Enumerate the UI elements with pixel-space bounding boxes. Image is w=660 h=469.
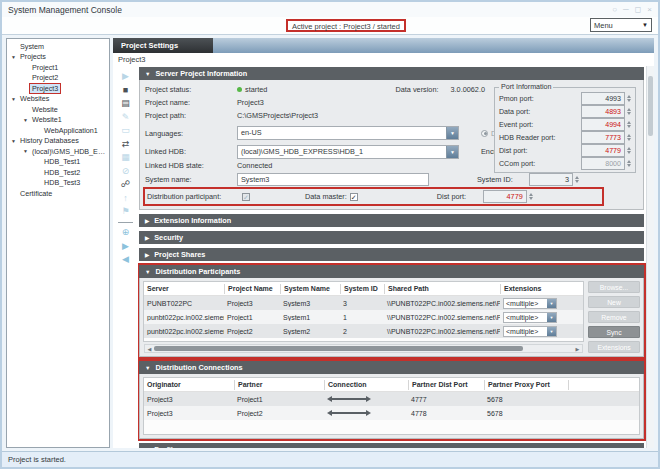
new-project-icon[interactable]: ▤	[119, 98, 132, 109]
maximize-icon[interactable]: ◻	[635, 6, 642, 14]
port-stepper[interactable]: 4994	[581, 118, 631, 131]
column-header-originator[interactable]: Originator	[144, 380, 234, 390]
tree-expander-icon[interactable]: ▼	[9, 54, 18, 60]
chevron-down-icon[interactable]: ▼	[446, 127, 458, 139]
distribution-participant-checkbox[interactable]: ✓	[242, 193, 250, 201]
section-header-distribution-participants[interactable]: ▼ Distribution Participants	[139, 265, 644, 278]
column-header-connection[interactable]: Connection	[324, 380, 408, 390]
cancel-icon[interactable]: ⊘	[119, 166, 132, 177]
menu-dropdown[interactable]: Menu ▼	[590, 18, 652, 32]
stepper-arrows-icon[interactable]	[575, 176, 579, 184]
step-up-icon[interactable]	[627, 160, 631, 163]
system-name-input[interactable]: System3	[237, 173, 429, 186]
chevron-down-icon[interactable]: ▼	[547, 313, 556, 322]
browse-button[interactable]: Browse...	[588, 281, 640, 293]
scroll-right-icon[interactable]: ▶	[573, 346, 582, 352]
port-stepper[interactable]: 4893	[581, 105, 631, 118]
port-stepper[interactable]: 7773	[581, 131, 631, 144]
participant-row[interactable]: PUNBT022PCProject3System33\\PUNBT022PC.i…	[144, 296, 583, 310]
port-stepper[interactable]: 4993	[581, 92, 631, 105]
tree-item-project2[interactable]: Project2	[7, 73, 109, 84]
extensions-combo[interactable]: <multiple>▼	[503, 326, 557, 337]
data-master-checkbox[interactable]: ✓	[350, 193, 358, 201]
extensions-combo[interactable]: <multiple>▼	[503, 312, 557, 323]
languages-combo[interactable]: en-US ▼	[237, 126, 459, 140]
section-header-server-project-information[interactable]: ▼ Server Project Information	[139, 67, 644, 80]
extensions-button[interactable]: Extensions	[588, 341, 640, 353]
upgrade-project-icon[interactable]: ↑	[119, 193, 132, 204]
tree-expander-icon[interactable]: ▼	[9, 96, 18, 102]
step-up-icon[interactable]	[627, 95, 631, 98]
tree-expander-icon[interactable]: ▼	[21, 117, 30, 123]
system-id-stepper[interactable]: 3	[529, 173, 579, 186]
stepper-arrows-icon[interactable]	[529, 193, 533, 201]
edit-project-icon[interactable]: ✎	[119, 112, 132, 123]
tab-project-settings[interactable]: Project Settings	[113, 38, 213, 53]
step-down-icon[interactable]	[627, 125, 631, 128]
tree-item-website1[interactable]: ▼Website1	[7, 115, 109, 126]
connection-row[interactable]: Project3Project247785678	[144, 406, 639, 420]
step-down-icon[interactable]	[627, 112, 631, 115]
tree-expander-icon[interactable]: ▼	[9, 138, 18, 144]
tree-expander-icon[interactable]: ▼	[21, 148, 30, 154]
close-icon[interactable]: ×	[647, 6, 652, 14]
column-header-shared-path[interactable]: Shared Path	[384, 284, 500, 294]
column-header-system-name[interactable]: System Name	[280, 284, 340, 294]
run-back-icon[interactable]: ◀	[119, 254, 132, 265]
extensions-combo[interactable]: <multiple>▼	[503, 298, 557, 309]
rename-project-icon[interactable]: ▭	[119, 125, 132, 136]
scroll-thumb[interactable]	[154, 346, 523, 351]
tree-item-webapplication1[interactable]: WebApplication1	[7, 125, 109, 136]
tree-item-certificate[interactable]: Certificate	[7, 188, 109, 199]
column-header-partner[interactable]: Partner	[234, 380, 324, 390]
stepper-arrows-icon[interactable]	[627, 134, 631, 142]
run-forward-icon[interactable]: ▶	[119, 241, 132, 252]
participant-row[interactable]: punbt022pc.in002.siemerProject1System11\…	[144, 310, 583, 324]
link-hdb-icon[interactable]: ⇄	[119, 139, 132, 150]
tree-item-local-gms-hdb-express[interactable]: ▼(local)\GMS_HDB_EXPRESS	[7, 146, 109, 157]
scroll-left-icon[interactable]: ◀	[145, 346, 154, 352]
port-stepper[interactable]: 8000	[581, 157, 631, 170]
section-header-extension-information[interactable]: ▶ Extension Information	[139, 214, 644, 227]
section-header-project-shares[interactable]: ▶ Project Shares	[139, 248, 644, 261]
section-header-security[interactable]: ▶ Security	[139, 231, 644, 244]
start-project-icon[interactable]: ▶	[119, 71, 132, 82]
tree-item-projects[interactable]: ▼Projects	[7, 52, 109, 63]
section-header-distribution-connections[interactable]: ▼ Distribution Connections	[139, 361, 644, 374]
stepper-arrows-icon[interactable]	[627, 160, 631, 168]
add-connection-icon[interactable]: ⊕	[119, 227, 132, 238]
stepper-arrows-icon[interactable]	[627, 121, 631, 129]
settings-vscrollbar[interactable]	[646, 66, 654, 448]
chevron-down-icon[interactable]: ▼	[446, 146, 458, 158]
scroll-thumb[interactable]	[648, 76, 653, 136]
stop-project-icon[interactable]: ■	[119, 85, 132, 96]
default-language-radio[interactable]	[481, 130, 488, 137]
stepper-arrows-icon[interactable]	[627, 108, 631, 116]
new-button[interactable]: New	[588, 296, 640, 308]
tree-item-history-databases[interactable]: ▼History Databases	[7, 136, 109, 147]
help-icon[interactable]: ○	[612, 6, 617, 14]
pin-project-icon[interactable]: ⚑	[119, 206, 132, 217]
column-header-system-id[interactable]: System ID	[340, 284, 384, 294]
share-project-icon[interactable]: ☍	[119, 179, 132, 190]
chevron-down-icon[interactable]: ▼	[547, 327, 556, 336]
step-up-icon[interactable]	[627, 147, 631, 150]
stepper-arrows-icon[interactable]	[627, 95, 631, 103]
dist-port-stepper[interactable]: 4779	[483, 190, 533, 203]
step-up-icon[interactable]	[627, 121, 631, 124]
remove-button[interactable]: Remove	[588, 311, 640, 323]
minimize-icon[interactable]: ─	[623, 6, 629, 14]
section-header-profiles[interactable]: ▶ Profiles	[139, 443, 644, 448]
step-down-icon[interactable]	[627, 99, 631, 102]
step-up-icon[interactable]	[627, 134, 631, 137]
step-up-icon[interactable]	[627, 108, 631, 111]
tree-item-system[interactable]: System	[7, 41, 109, 52]
sync-button[interactable]: Sync	[588, 326, 640, 338]
column-header-project-name[interactable]: Project Name	[224, 284, 280, 294]
tree-item-project3[interactable]: Project3	[7, 83, 109, 94]
tree-item-websites[interactable]: ▼Websites	[7, 94, 109, 105]
step-down-icon[interactable]	[627, 138, 631, 141]
connection-row[interactable]: Project3Project147775678	[144, 392, 639, 406]
tree-item-hdb-test3[interactable]: HDB_Test3	[7, 178, 109, 189]
participants-hscrollbar[interactable]: ◀ ▶	[144, 344, 583, 353]
